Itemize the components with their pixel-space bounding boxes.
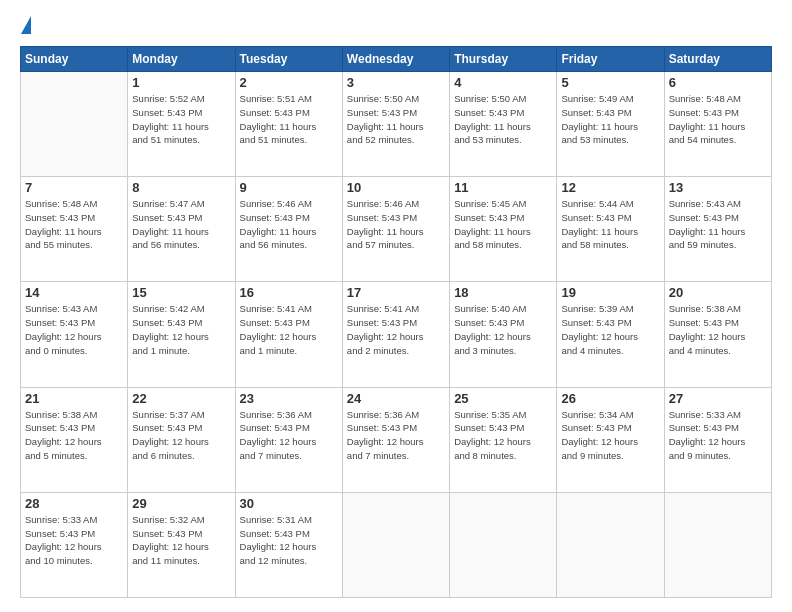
day-info: Sunrise: 5:33 AM Sunset: 5:43 PM Dayligh…: [25, 513, 123, 568]
day-number: 27: [669, 391, 767, 406]
calendar-cell: 22Sunrise: 5:37 AM Sunset: 5:43 PM Dayli…: [128, 387, 235, 492]
day-number: 15: [132, 285, 230, 300]
day-number: 8: [132, 180, 230, 195]
calendar-cell: 14Sunrise: 5:43 AM Sunset: 5:43 PM Dayli…: [21, 282, 128, 387]
day-info: Sunrise: 5:38 AM Sunset: 5:43 PM Dayligh…: [669, 302, 767, 357]
day-number: 30: [240, 496, 338, 511]
day-info: Sunrise: 5:38 AM Sunset: 5:43 PM Dayligh…: [25, 408, 123, 463]
calendar-cell: 3Sunrise: 5:50 AM Sunset: 5:43 PM Daylig…: [342, 72, 449, 177]
calendar-day-header: Thursday: [450, 47, 557, 72]
calendar-week-row: 7Sunrise: 5:48 AM Sunset: 5:43 PM Daylig…: [21, 177, 772, 282]
day-info: Sunrise: 5:32 AM Sunset: 5:43 PM Dayligh…: [132, 513, 230, 568]
calendar-cell: 29Sunrise: 5:32 AM Sunset: 5:43 PM Dayli…: [128, 492, 235, 597]
day-info: Sunrise: 5:41 AM Sunset: 5:43 PM Dayligh…: [240, 302, 338, 357]
day-info: Sunrise: 5:50 AM Sunset: 5:43 PM Dayligh…: [454, 92, 552, 147]
calendar-cell: 27Sunrise: 5:33 AM Sunset: 5:43 PM Dayli…: [664, 387, 771, 492]
day-info: Sunrise: 5:43 AM Sunset: 5:43 PM Dayligh…: [669, 197, 767, 252]
calendar-day-header: Friday: [557, 47, 664, 72]
day-info: Sunrise: 5:31 AM Sunset: 5:43 PM Dayligh…: [240, 513, 338, 568]
day-info: Sunrise: 5:35 AM Sunset: 5:43 PM Dayligh…: [454, 408, 552, 463]
page: SundayMondayTuesdayWednesdayThursdayFrid…: [0, 0, 792, 612]
calendar-header-row: SundayMondayTuesdayWednesdayThursdayFrid…: [21, 47, 772, 72]
calendar-cell: 4Sunrise: 5:50 AM Sunset: 5:43 PM Daylig…: [450, 72, 557, 177]
day-info: Sunrise: 5:48 AM Sunset: 5:43 PM Dayligh…: [25, 197, 123, 252]
calendar-cell: 16Sunrise: 5:41 AM Sunset: 5:43 PM Dayli…: [235, 282, 342, 387]
day-number: 14: [25, 285, 123, 300]
calendar-day-header: Tuesday: [235, 47, 342, 72]
day-number: 19: [561, 285, 659, 300]
day-number: 3: [347, 75, 445, 90]
day-number: 28: [25, 496, 123, 511]
calendar-cell: 20Sunrise: 5:38 AM Sunset: 5:43 PM Dayli…: [664, 282, 771, 387]
day-info: Sunrise: 5:52 AM Sunset: 5:43 PM Dayligh…: [132, 92, 230, 147]
calendar-cell: 13Sunrise: 5:43 AM Sunset: 5:43 PM Dayli…: [664, 177, 771, 282]
calendar-cell: [342, 492, 449, 597]
day-number: 24: [347, 391, 445, 406]
calendar-cell: 6Sunrise: 5:48 AM Sunset: 5:43 PM Daylig…: [664, 72, 771, 177]
day-info: Sunrise: 5:40 AM Sunset: 5:43 PM Dayligh…: [454, 302, 552, 357]
day-number: 9: [240, 180, 338, 195]
day-info: Sunrise: 5:46 AM Sunset: 5:43 PM Dayligh…: [347, 197, 445, 252]
day-number: 21: [25, 391, 123, 406]
calendar-cell: 12Sunrise: 5:44 AM Sunset: 5:43 PM Dayli…: [557, 177, 664, 282]
day-info: Sunrise: 5:41 AM Sunset: 5:43 PM Dayligh…: [347, 302, 445, 357]
header: [20, 18, 772, 36]
calendar-cell: [664, 492, 771, 597]
day-number: 7: [25, 180, 123, 195]
day-number: 10: [347, 180, 445, 195]
day-info: Sunrise: 5:48 AM Sunset: 5:43 PM Dayligh…: [669, 92, 767, 147]
day-info: Sunrise: 5:34 AM Sunset: 5:43 PM Dayligh…: [561, 408, 659, 463]
day-number: 4: [454, 75, 552, 90]
day-info: Sunrise: 5:46 AM Sunset: 5:43 PM Dayligh…: [240, 197, 338, 252]
calendar-day-header: Sunday: [21, 47, 128, 72]
day-number: 1: [132, 75, 230, 90]
day-number: 17: [347, 285, 445, 300]
calendar-day-header: Wednesday: [342, 47, 449, 72]
calendar-week-row: 1Sunrise: 5:52 AM Sunset: 5:43 PM Daylig…: [21, 72, 772, 177]
day-number: 18: [454, 285, 552, 300]
calendar-table: SundayMondayTuesdayWednesdayThursdayFrid…: [20, 46, 772, 598]
calendar-cell: 11Sunrise: 5:45 AM Sunset: 5:43 PM Dayli…: [450, 177, 557, 282]
day-number: 6: [669, 75, 767, 90]
day-info: Sunrise: 5:37 AM Sunset: 5:43 PM Dayligh…: [132, 408, 230, 463]
day-number: 12: [561, 180, 659, 195]
day-info: Sunrise: 5:42 AM Sunset: 5:43 PM Dayligh…: [132, 302, 230, 357]
calendar-cell: [450, 492, 557, 597]
day-info: Sunrise: 5:50 AM Sunset: 5:43 PM Dayligh…: [347, 92, 445, 147]
day-number: 29: [132, 496, 230, 511]
calendar-cell: 9Sunrise: 5:46 AM Sunset: 5:43 PM Daylig…: [235, 177, 342, 282]
day-number: 26: [561, 391, 659, 406]
calendar-cell: 25Sunrise: 5:35 AM Sunset: 5:43 PM Dayli…: [450, 387, 557, 492]
calendar-day-header: Monday: [128, 47, 235, 72]
calendar-cell: 2Sunrise: 5:51 AM Sunset: 5:43 PM Daylig…: [235, 72, 342, 177]
day-info: Sunrise: 5:51 AM Sunset: 5:43 PM Dayligh…: [240, 92, 338, 147]
calendar-cell: 15Sunrise: 5:42 AM Sunset: 5:43 PM Dayli…: [128, 282, 235, 387]
calendar-cell: 17Sunrise: 5:41 AM Sunset: 5:43 PM Dayli…: [342, 282, 449, 387]
day-info: Sunrise: 5:39 AM Sunset: 5:43 PM Dayligh…: [561, 302, 659, 357]
day-info: Sunrise: 5:43 AM Sunset: 5:43 PM Dayligh…: [25, 302, 123, 357]
day-info: Sunrise: 5:36 AM Sunset: 5:43 PM Dayligh…: [240, 408, 338, 463]
day-number: 22: [132, 391, 230, 406]
day-info: Sunrise: 5:49 AM Sunset: 5:43 PM Dayligh…: [561, 92, 659, 147]
calendar-cell: 19Sunrise: 5:39 AM Sunset: 5:43 PM Dayli…: [557, 282, 664, 387]
day-number: 11: [454, 180, 552, 195]
calendar-day-header: Saturday: [664, 47, 771, 72]
calendar-cell: 10Sunrise: 5:46 AM Sunset: 5:43 PM Dayli…: [342, 177, 449, 282]
day-number: 25: [454, 391, 552, 406]
calendar-cell: 28Sunrise: 5:33 AM Sunset: 5:43 PM Dayli…: [21, 492, 128, 597]
day-number: 23: [240, 391, 338, 406]
day-number: 16: [240, 285, 338, 300]
calendar-cell: 5Sunrise: 5:49 AM Sunset: 5:43 PM Daylig…: [557, 72, 664, 177]
logo: [20, 18, 31, 36]
calendar-cell: 30Sunrise: 5:31 AM Sunset: 5:43 PM Dayli…: [235, 492, 342, 597]
calendar-cell: 7Sunrise: 5:48 AM Sunset: 5:43 PM Daylig…: [21, 177, 128, 282]
logo-triangle-icon: [21, 16, 31, 34]
day-number: 20: [669, 285, 767, 300]
day-number: 2: [240, 75, 338, 90]
day-number: 5: [561, 75, 659, 90]
calendar-cell: 18Sunrise: 5:40 AM Sunset: 5:43 PM Dayli…: [450, 282, 557, 387]
calendar-week-row: 14Sunrise: 5:43 AM Sunset: 5:43 PM Dayli…: [21, 282, 772, 387]
calendar-cell: 21Sunrise: 5:38 AM Sunset: 5:43 PM Dayli…: [21, 387, 128, 492]
calendar-cell: 23Sunrise: 5:36 AM Sunset: 5:43 PM Dayli…: [235, 387, 342, 492]
calendar-week-row: 28Sunrise: 5:33 AM Sunset: 5:43 PM Dayli…: [21, 492, 772, 597]
